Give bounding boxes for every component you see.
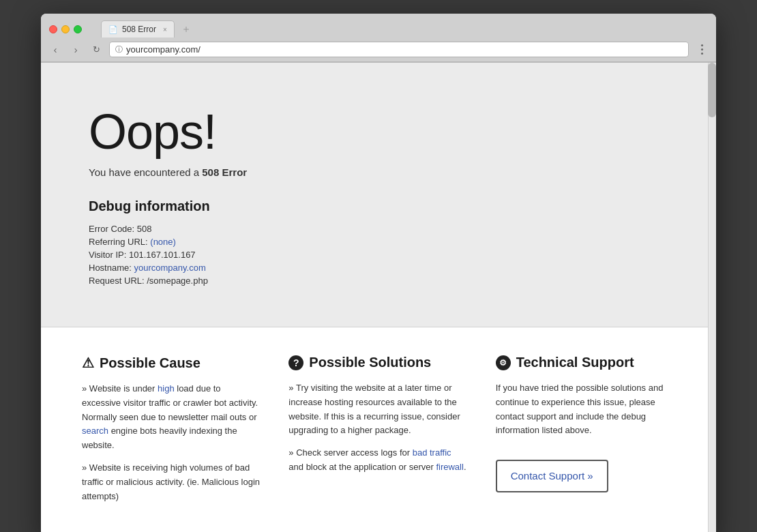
debug-title: Debug information — [89, 198, 668, 214]
possible-cause-label: Possible Cause — [100, 355, 201, 371]
debug-row-request-url: Request URL: /somepage.php — [89, 276, 668, 286]
scrollbar-thumb[interactable] — [708, 63, 716, 117]
possible-cause-title: ⚠ Possible Cause — [82, 355, 261, 371]
tab-page-icon: 📄 — [108, 25, 118, 34]
minimize-button[interactable] — [61, 25, 70, 33]
technical-support-title: ⚙ Technical Support — [496, 355, 675, 370]
possible-solutions-title: ? Possible Solutions — [288, 355, 468, 370]
technical-support-column: ⚙ Technical Support If you have tried th… — [496, 355, 675, 512]
contact-support-button[interactable]: Contact Support » — [496, 460, 608, 492]
debug-info: Error Code: 508 Referring URL: (none) Vi… — [89, 224, 668, 286]
hostname-link[interactable]: yourcompany.com — [134, 263, 205, 273]
solution-link-bad-traffic[interactable]: bad traffic — [413, 447, 451, 458]
solution-link-firewall[interactable]: firewall — [436, 462, 463, 472]
svg-rect-1 — [185, 27, 186, 32]
debug-row-error-code: Error Code: 508 — [89, 224, 668, 234]
tab-close-button[interactable]: × — [163, 26, 167, 33]
traffic-lights — [49, 25, 82, 33]
possible-solutions-body: » Try visiting the website at a later ti… — [288, 381, 468, 475]
refresh-button[interactable]: ↻ — [89, 42, 104, 57]
possible-solutions-label: Possible Solutions — [309, 355, 431, 370]
address-bar[interactable]: ⓘ yourcompany.com/ — [109, 42, 689, 57]
address-security-icon: ⓘ — [115, 44, 123, 55]
error-code-label: 508 Error — [202, 166, 247, 178]
possible-cause-column: ⚠ Possible Cause » Website is under high… — [82, 355, 261, 512]
back-button[interactable]: ‹ — [48, 42, 63, 57]
solution-paragraph-1: » Try visiting the website at a later ti… — [288, 381, 468, 438]
menu-button[interactable] — [694, 42, 709, 57]
debug-row-ip: Visitor IP: 101.167.101.167 — [89, 250, 668, 260]
bottom-section: ⚠ Possible Cause » Website is under high… — [41, 327, 716, 532]
cause-paragraph-1: » Website is under high load due to exce… — [82, 382, 261, 453]
cause-link-search[interactable]: search — [82, 426, 108, 436]
hero-section: Oops! You have encountered a 508 Error D… — [41, 63, 716, 327]
solution-paragraph-2: » Check server access logs for bad traff… — [288, 446, 468, 475]
new-tab-button[interactable] — [176, 21, 196, 38]
browser-window: 📄 508 Error × ‹ › ↻ ⓘ yourcompany.com/ — [41, 14, 716, 532]
technical-support-body: If you have tried the possible solutions… — [496, 381, 675, 492]
forward-button[interactable]: › — [68, 42, 83, 57]
possible-solutions-column: ? Possible Solutions » Try visiting the … — [288, 355, 468, 512]
address-bar-row: ‹ › ↻ ⓘ yourcompany.com/ — [41, 38, 716, 62]
debug-row-hostname: Hostname: yourcompany.com — [89, 263, 668, 273]
active-tab[interactable]: 📄 508 Error × — [101, 20, 175, 38]
title-bar: 📄 508 Error × ‹ › ↻ ⓘ yourcompany.com/ — [41, 14, 716, 63]
support-icon: ⚙ — [496, 355, 511, 370]
scrollbar[interactable] — [708, 63, 716, 532]
cause-paragraph-2: » Website is receiving high volumes of b… — [82, 461, 261, 503]
address-url: yourcompany.com/ — [126, 44, 683, 55]
tab-bar: 📄 508 Error × — [101, 20, 196, 38]
error-subtitle: You have encountered a 508 Error — [89, 166, 668, 178]
debug-row-referring: Referring URL: (none) — [89, 237, 668, 247]
technical-support-label: Technical Support — [516, 355, 634, 370]
warning-icon: ⚠ — [82, 355, 94, 371]
tab-title: 508 Error — [122, 25, 156, 34]
page-content: Oops! You have encountered a 508 Error D… — [41, 63, 716, 532]
maximize-button[interactable] — [74, 25, 82, 33]
support-body-text: If you have tried the possible solutions… — [496, 381, 675, 438]
subtitle-text: You have encountered a — [89, 166, 202, 178]
cause-link-high[interactable]: high — [158, 383, 175, 394]
close-button[interactable] — [49, 25, 57, 33]
question-icon: ? — [288, 355, 303, 370]
oops-title: Oops! — [89, 104, 668, 160]
possible-cause-body: » Website is under high load due to exce… — [82, 382, 261, 503]
referring-url-link[interactable]: (none) — [150, 237, 176, 247]
